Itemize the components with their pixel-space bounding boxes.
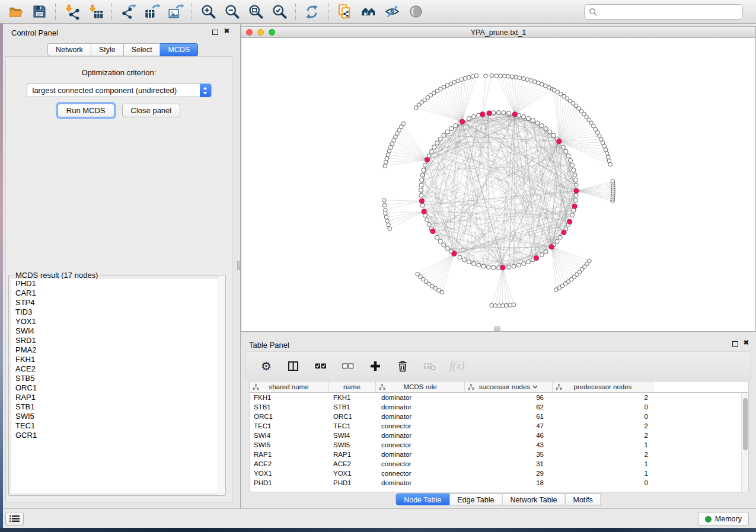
show-all-icon[interactable] — [404, 2, 428, 22]
import-table-icon[interactable] — [84, 2, 107, 22]
mcds-result-item[interactable]: ORC1 — [11, 383, 223, 393]
export-image-icon[interactable] — [164, 2, 187, 22]
network-window-titlebar: YPA_prune.txt_1 — [241, 27, 755, 38]
table-settings-icon[interactable]: ⚙ — [259, 358, 273, 374]
mcds-result-item[interactable]: STP4 — [11, 298, 223, 307]
tab-style[interactable]: Style — [91, 43, 124, 56]
table-cell: connector — [376, 460, 465, 467]
table-row[interactable]: ACE2ACE2connector311 — [250, 459, 748, 469]
mcds-result-box: MCDS result (17 nodes) PHD1CAR1STP4TID3Y… — [8, 275, 226, 496]
mcds-result-item[interactable]: TID3 — [11, 307, 223, 317]
column-header-name[interactable]: name — [328, 382, 376, 392]
mcds-result-scrollbar[interactable] — [218, 275, 225, 495]
table-header-row: shared namenameMCDS rolesuccessor nodesp… — [250, 382, 748, 393]
float-window-icon[interactable] — [212, 30, 218, 35]
table-row[interactable]: YOX1YOX1connector291 — [250, 469, 748, 478]
status-bar: Memory — [0, 508, 756, 528]
table-row[interactable]: PHD1PHD1dominator180 — [250, 478, 748, 488]
search-input[interactable] — [598, 6, 742, 18]
horizontal-splitter-grip[interactable] — [494, 326, 500, 331]
memory-button[interactable]: Memory — [698, 512, 749, 526]
zoom-in-icon[interactable] — [196, 2, 220, 22]
mcds-result-item[interactable]: ACE2 — [11, 364, 223, 374]
mcds-result-item[interactable]: SWI5 — [11, 412, 223, 421]
close-table-panel-icon[interactable]: ✖ — [744, 339, 749, 347]
run-mcds-button[interactable]: Run MCDS — [58, 104, 114, 117]
table-cell: PHD1 — [328, 479, 376, 486]
zoom-fit-icon[interactable] — [244, 2, 267, 22]
export-network-icon[interactable] — [116, 2, 140, 22]
table-cell: dominator — [376, 479, 465, 486]
table-toolbar: ⚙ f(x) — [245, 351, 751, 380]
node-table: shared namenameMCDS rolesuccessor nodesp… — [249, 381, 749, 492]
apply-layout-icon[interactable] — [300, 2, 324, 22]
toolbar-separator — [192, 4, 192, 20]
network-canvas[interactable] — [241, 38, 755, 331]
mcds-result-item[interactable]: SWI4 — [11, 326, 223, 336]
delete-columns-icon[interactable] — [395, 358, 410, 374]
import-network-icon[interactable] — [60, 2, 84, 22]
close-panel-icon[interactable]: ✖ — [224, 27, 229, 35]
select-all-icon[interactable] — [314, 358, 328, 374]
tab-mcds[interactable]: MCDS — [160, 43, 198, 56]
float-table-panel-icon[interactable] — [732, 341, 738, 347]
new-network-from-selection-icon[interactable] — [333, 2, 356, 22]
table-cell: PHD1 — [250, 479, 328, 486]
control-panel-tabs: NetworkStyleSelectMCDS — [47, 43, 198, 56]
table-cell: 18 — [465, 479, 553, 486]
table-row[interactable]: STB1STB1dominator620 — [250, 402, 748, 412]
export-table-icon[interactable] — [140, 2, 164, 22]
mcds-result-item[interactable]: RAP1 — [11, 393, 223, 402]
toolbar-separator — [111, 4, 112, 20]
hide-selected-icon[interactable] — [380, 2, 404, 22]
column-header-shared-name[interactable]: shared name — [250, 382, 328, 392]
mcds-result-item[interactable]: TEC1 — [11, 421, 223, 431]
first-neighbors-icon[interactable] — [356, 2, 380, 22]
mcds-result-item[interactable]: STB5 — [11, 374, 223, 383]
add-column-icon[interactable] — [368, 358, 382, 374]
criterion-dropdown[interactable]: largest connected component (undirected) — [27, 84, 212, 97]
save-session-icon[interactable] — [27, 2, 51, 22]
table-row[interactable]: FKH1FKH1dominator962 — [250, 393, 748, 402]
table-scrollbar-thumb[interactable] — [743, 398, 748, 450]
close-panel-button[interactable]: Close panel — [122, 104, 181, 117]
tab-network-table[interactable]: Network Table — [503, 493, 566, 505]
toggle-columns-icon[interactable] — [286, 358, 301, 374]
table-row[interactable]: SWI4SWI4dominator462 — [250, 431, 748, 440]
vertical-splitter-grip[interactable] — [237, 261, 240, 270]
mcds-result-list: PHD1CAR1STP4TID3YOX1SWI4SRD1PMA2FKH1ACE2… — [11, 279, 223, 493]
mcds-result-item[interactable]: PHD1 — [11, 279, 223, 289]
mcds-result-item[interactable]: FKH1 — [11, 355, 223, 364]
table-cell: FKH1 — [328, 394, 376, 401]
task-history-button[interactable] — [5, 512, 24, 525]
table-cell: 0 — [553, 413, 653, 420]
deselect-all-icon[interactable] — [341, 358, 355, 374]
tab-motifs[interactable]: Motifs — [565, 493, 601, 505]
table-cell: ORC1 — [328, 413, 376, 420]
table-body: FKH1FKH1dominator962STB1STB1dominator620… — [250, 393, 748, 488]
zoom-out-icon[interactable] — [220, 2, 244, 22]
mcds-result-item[interactable]: YOX1 — [11, 317, 223, 326]
table-cell: FKH1 — [250, 394, 328, 401]
mcds-result-item[interactable]: STB1 — [11, 402, 223, 412]
column-header-predecessor-nodes[interactable]: predecessor nodes — [553, 382, 653, 392]
table-row[interactable]: ORC1ORC1dominator610 — [250, 412, 748, 421]
mcds-result-item[interactable]: GCR1 — [11, 431, 223, 440]
zoom-selected-icon[interactable] — [267, 2, 291, 22]
tab-edge-table[interactable]: Edge Table — [449, 493, 502, 505]
open-file-icon[interactable] — [4, 2, 27, 22]
table-row[interactable]: RAP1RAP1dominator352 — [250, 450, 748, 459]
table-row[interactable]: TEC1TEC1connector472 — [250, 421, 748, 431]
table-cell: 2 — [553, 422, 653, 430]
table-scrollbar[interactable] — [741, 393, 748, 492]
tab-select[interactable]: Select — [124, 43, 161, 56]
table-row[interactable]: SWI5SWI5connector431 — [250, 440, 748, 450]
tab-node-table[interactable]: Node Table — [395, 493, 449, 505]
column-header-mcds-role[interactable]: MCDS role — [376, 382, 465, 392]
mcds-result-item[interactable]: PMA2 — [11, 345, 223, 355]
mcds-result-item[interactable]: SRD1 — [11, 336, 223, 345]
column-header-successor-nodes[interactable]: successor nodes — [465, 382, 553, 392]
table-cell: 47 — [465, 422, 553, 430]
tab-network[interactable]: Network — [47, 43, 91, 56]
mcds-result-item[interactable]: CAR1 — [11, 289, 223, 298]
